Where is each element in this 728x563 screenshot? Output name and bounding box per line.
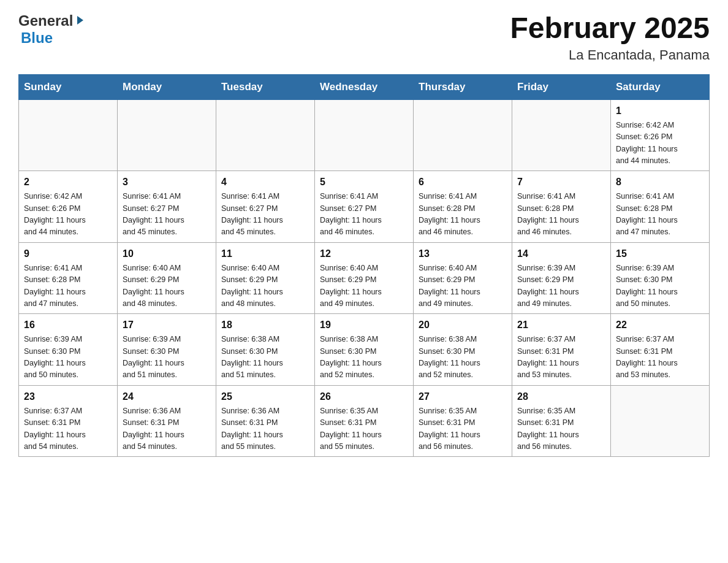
table-row: 7Sunrise: 6:41 AM Sunset: 6:28 PM Daylig… <box>512 171 611 243</box>
day-number: 10 <box>123 247 211 261</box>
table-row: 28Sunrise: 6:35 AM Sunset: 6:31 PM Dayli… <box>512 385 611 457</box>
month-title: February 2025 <box>510 12 710 45</box>
day-info: Sunrise: 6:41 AM Sunset: 6:27 PM Dayligh… <box>123 191 211 239</box>
week-row-4: 16Sunrise: 6:39 AM Sunset: 6:30 PM Dayli… <box>19 314 710 386</box>
location-title: La Encantada, Panama <box>510 47 710 63</box>
header-wednesday: Wednesday <box>315 74 414 99</box>
table-row: 16Sunrise: 6:39 AM Sunset: 6:30 PM Dayli… <box>19 314 118 386</box>
table-row: 5Sunrise: 6:41 AM Sunset: 6:27 PM Daylig… <box>315 171 414 243</box>
table-row: 10Sunrise: 6:40 AM Sunset: 6:29 PM Dayli… <box>118 242 216 314</box>
day-number: 5 <box>320 175 408 190</box>
table-row: 4Sunrise: 6:41 AM Sunset: 6:27 PM Daylig… <box>216 171 315 243</box>
day-info: Sunrise: 6:37 AM Sunset: 6:31 PM Dayligh… <box>517 334 605 381</box>
header-saturday: Saturday <box>611 74 710 99</box>
day-info: Sunrise: 6:39 AM Sunset: 6:30 PM Dayligh… <box>616 262 704 310</box>
table-row: 6Sunrise: 6:41 AM Sunset: 6:28 PM Daylig… <box>414 171 512 243</box>
day-info: Sunrise: 6:39 AM Sunset: 6:29 PM Dayligh… <box>517 262 605 310</box>
day-info: Sunrise: 6:35 AM Sunset: 6:31 PM Dayligh… <box>419 405 507 453</box>
header-sunday: Sunday <box>19 74 118 99</box>
table-row: 14Sunrise: 6:39 AM Sunset: 6:29 PM Dayli… <box>512 242 611 314</box>
header-monday: Monday <box>118 74 216 99</box>
table-row: 2Sunrise: 6:42 AM Sunset: 6:26 PM Daylig… <box>19 171 118 243</box>
day-number: 9 <box>24 247 112 261</box>
day-number: 27 <box>419 389 507 404</box>
day-info: Sunrise: 6:36 AM Sunset: 6:31 PM Dayligh… <box>123 405 211 453</box>
table-row <box>414 99 512 171</box>
day-number: 4 <box>221 175 309 190</box>
day-info: Sunrise: 6:40 AM Sunset: 6:29 PM Dayligh… <box>221 262 309 310</box>
day-number: 19 <box>320 318 408 332</box>
day-info: Sunrise: 6:42 AM Sunset: 6:26 PM Dayligh… <box>616 120 704 167</box>
header-friday: Friday <box>512 74 611 99</box>
week-row-5: 23Sunrise: 6:37 AM Sunset: 6:31 PM Dayli… <box>19 385 710 457</box>
day-number: 25 <box>221 389 309 404</box>
day-info: Sunrise: 6:37 AM Sunset: 6:31 PM Dayligh… <box>24 405 112 453</box>
day-number: 28 <box>517 389 605 404</box>
day-info: Sunrise: 6:38 AM Sunset: 6:30 PM Dayligh… <box>320 334 408 381</box>
day-number: 15 <box>616 247 704 261</box>
day-number: 26 <box>320 389 408 404</box>
table-row: 20Sunrise: 6:38 AM Sunset: 6:30 PM Dayli… <box>414 314 512 386</box>
day-number: 21 <box>517 318 605 332</box>
day-info: Sunrise: 6:41 AM Sunset: 6:27 PM Dayligh… <box>221 191 309 239</box>
day-number: 20 <box>419 318 507 332</box>
day-info: Sunrise: 6:39 AM Sunset: 6:30 PM Dayligh… <box>24 334 112 381</box>
day-number: 18 <box>221 318 309 332</box>
weekday-header-row: SundayMondayTuesdayWednesdayThursdayFrid… <box>19 74 710 99</box>
table-row: 15Sunrise: 6:39 AM Sunset: 6:30 PM Dayli… <box>611 242 710 314</box>
day-info: Sunrise: 6:41 AM Sunset: 6:28 PM Dayligh… <box>419 191 507 239</box>
table-row <box>118 99 216 171</box>
day-info: Sunrise: 6:35 AM Sunset: 6:31 PM Dayligh… <box>320 405 408 453</box>
page-header: General Blue February 2025 La Encantada,… <box>18 12 710 63</box>
table-row: 21Sunrise: 6:37 AM Sunset: 6:31 PM Dayli… <box>512 314 611 386</box>
table-row: 26Sunrise: 6:35 AM Sunset: 6:31 PM Dayli… <box>315 385 414 457</box>
header-thursday: Thursday <box>414 74 512 99</box>
week-row-1: 1Sunrise: 6:42 AM Sunset: 6:26 PM Daylig… <box>19 99 710 171</box>
day-number: 11 <box>221 247 309 261</box>
svg-marker-0 <box>77 16 83 25</box>
table-row: 18Sunrise: 6:38 AM Sunset: 6:30 PM Dayli… <box>216 314 315 386</box>
table-row: 22Sunrise: 6:37 AM Sunset: 6:31 PM Dayli… <box>611 314 710 386</box>
table-row <box>315 99 414 171</box>
day-info: Sunrise: 6:40 AM Sunset: 6:29 PM Dayligh… <box>320 262 408 310</box>
table-row: 17Sunrise: 6:39 AM Sunset: 6:30 PM Dayli… <box>118 314 216 386</box>
day-info: Sunrise: 6:40 AM Sunset: 6:29 PM Dayligh… <box>419 262 507 310</box>
day-number: 3 <box>123 175 211 190</box>
day-info: Sunrise: 6:38 AM Sunset: 6:30 PM Dayligh… <box>221 334 309 381</box>
day-info: Sunrise: 6:41 AM Sunset: 6:28 PM Dayligh… <box>517 191 605 239</box>
header-tuesday: Tuesday <box>216 74 315 99</box>
day-info: Sunrise: 6:39 AM Sunset: 6:30 PM Dayligh… <box>123 334 211 381</box>
logo: General Blue <box>18 12 86 47</box>
table-row <box>19 99 118 171</box>
table-row: 3Sunrise: 6:41 AM Sunset: 6:27 PM Daylig… <box>118 171 216 243</box>
day-number: 6 <box>419 175 507 190</box>
calendar-header: SundayMondayTuesdayWednesdayThursdayFrid… <box>19 74 710 99</box>
day-number: 22 <box>616 318 704 332</box>
day-info: Sunrise: 6:36 AM Sunset: 6:31 PM Dayligh… <box>221 405 309 453</box>
title-block: February 2025 La Encantada, Panama <box>510 12 710 63</box>
logo-arrow-icon <box>75 15 86 28</box>
day-info: Sunrise: 6:41 AM Sunset: 6:27 PM Dayligh… <box>320 191 408 239</box>
table-row <box>216 99 315 171</box>
day-number: 14 <box>517 247 605 261</box>
day-info: Sunrise: 6:42 AM Sunset: 6:26 PM Dayligh… <box>24 191 112 239</box>
table-row: 19Sunrise: 6:38 AM Sunset: 6:30 PM Dayli… <box>315 314 414 386</box>
day-number: 12 <box>320 247 408 261</box>
day-number: 2 <box>24 175 112 190</box>
day-number: 16 <box>24 318 112 332</box>
table-row: 12Sunrise: 6:40 AM Sunset: 6:29 PM Dayli… <box>315 242 414 314</box>
calendar-table: SundayMondayTuesdayWednesdayThursdayFrid… <box>18 74 710 458</box>
day-info: Sunrise: 6:40 AM Sunset: 6:29 PM Dayligh… <box>123 262 211 310</box>
table-row: 23Sunrise: 6:37 AM Sunset: 6:31 PM Dayli… <box>19 385 118 457</box>
day-number: 24 <box>123 389 211 404</box>
day-info: Sunrise: 6:35 AM Sunset: 6:31 PM Dayligh… <box>517 405 605 453</box>
day-number: 7 <box>517 175 605 190</box>
table-row: 1Sunrise: 6:42 AM Sunset: 6:26 PM Daylig… <box>611 99 710 171</box>
logo-general-text: General <box>18 12 73 29</box>
day-number: 1 <box>616 104 704 118</box>
day-info: Sunrise: 6:38 AM Sunset: 6:30 PM Dayligh… <box>419 334 507 381</box>
day-number: 8 <box>616 175 704 190</box>
logo-blue-text: Blue <box>21 29 53 46</box>
table-row: 11Sunrise: 6:40 AM Sunset: 6:29 PM Dayli… <box>216 242 315 314</box>
week-row-3: 9Sunrise: 6:41 AM Sunset: 6:28 PM Daylig… <box>19 242 710 314</box>
